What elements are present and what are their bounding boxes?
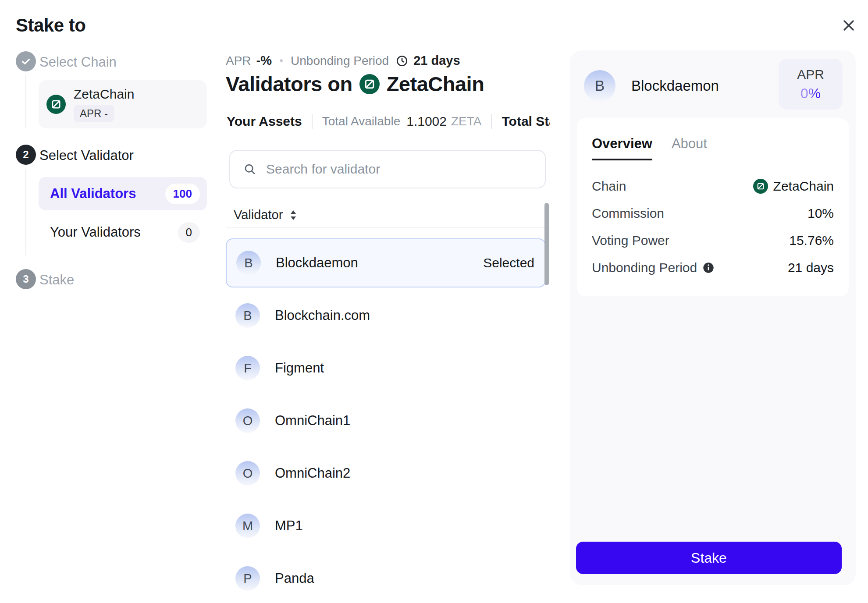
validator-row[interactable]: P Panda <box>226 552 546 603</box>
apr-chip-label: APR <box>797 67 824 82</box>
total-staked-label: Total Stak <box>502 114 550 129</box>
validator-name: MP1 <box>275 518 303 534</box>
apr-meta-value: -% <box>256 53 272 68</box>
heading-chain: ZetaChain <box>387 72 484 96</box>
validator-row[interactable]: B Blockchain.com <box>226 289 546 342</box>
chain-label: Chain <box>592 179 626 194</box>
validator-row[interactable]: M MP1 <box>226 500 546 552</box>
commission-value: 10% <box>808 206 834 221</box>
detail-tabs: Overview About <box>592 118 834 160</box>
chain-name: ZetaChain <box>74 87 134 102</box>
validator-avatar: M <box>235 514 260 538</box>
page-title: Stake to <box>16 15 85 36</box>
unbonding-period-value: 21 days <box>788 260 834 275</box>
validator-column-label: Validator <box>234 208 283 222</box>
chain-value: ZetaChain <box>773 179 834 194</box>
your-validators-label: Your Validators <box>50 224 141 240</box>
total-available-label: Total Available <box>322 114 401 128</box>
page-heading: Validators on ZetaChain <box>226 72 484 96</box>
list-scrollbar[interactable] <box>544 203 549 285</box>
validator-row[interactable]: F Figment <box>226 342 546 394</box>
dot-separator <box>280 59 283 62</box>
close-button[interactable] <box>836 13 861 38</box>
validator-search[interactable] <box>229 150 546 188</box>
search-icon <box>243 163 256 176</box>
sidebar-item-your-validators[interactable]: Your Validators 0 <box>39 217 207 247</box>
divider <box>491 114 492 129</box>
validator-name: Blockchain.com <box>275 308 370 323</box>
heading-prefix: Validators on <box>226 72 352 96</box>
zetachain-icon <box>46 95 66 114</box>
unbonding-period-row: Unbonding Period 21 days <box>592 254 834 281</box>
step1-done-circle <box>16 51 36 71</box>
step2-circle: 2 <box>16 145 36 165</box>
validator-name: Figment <box>275 360 324 376</box>
unbonding-meta-label: Unbonding Period <box>291 54 389 68</box>
apr-chip-value: 0% <box>800 85 821 102</box>
validators-main-column: APR -% Unbonding Period 21 days Validato… <box>226 0 550 603</box>
search-input[interactable] <box>265 161 512 177</box>
validator-row[interactable]: O OmniChain1 <box>226 394 546 447</box>
step1-label: Select Chain <box>39 54 117 70</box>
validator-avatar: O <box>235 408 260 433</box>
chain-meta-row: APR -% Unbonding Period 21 days <box>226 53 460 68</box>
step-connector <box>25 169 26 255</box>
unbonding-meta-value: 21 days <box>413 53 460 68</box>
validator-detail-panel: B Blockdaemon APR 0% Overview About Chai… <box>570 50 856 585</box>
validator-name: OmniChain1 <box>275 413 350 429</box>
validator-name: Panda <box>275 571 314 586</box>
stake-modal: Stake to Select Chain ZetaChain APR - 2 … <box>0 0 868 603</box>
tab-overview[interactable]: Overview <box>592 136 652 160</box>
close-icon <box>841 18 857 33</box>
chain-apr-pill: APR - <box>74 105 114 122</box>
step2-number: 2 <box>23 149 28 161</box>
validator-row-selected[interactable]: B Blockdaemon Selected <box>226 238 546 287</box>
validator-avatar: B <box>235 303 260 328</box>
overview-rows: Chain ZetaChain Commission 10% <box>592 173 834 281</box>
assets-summary-row: Your Assets Total Available 1.1002 ZETA … <box>227 114 550 129</box>
clock-icon <box>396 55 408 67</box>
validator-overview-card: Overview About Chain ZetaChain <box>577 118 849 296</box>
apr-meta-label: APR <box>226 54 251 68</box>
step-connector <box>25 75 26 128</box>
zetachain-icon <box>359 74 380 94</box>
selected-status-badge: Selected <box>483 255 534 270</box>
validator-row[interactable]: O OmniChain2 <box>226 447 546 500</box>
voting-power-value: 15.76% <box>789 233 834 248</box>
validator-name: Blockdaemon <box>276 255 358 271</box>
validator-avatar: O <box>235 461 260 486</box>
sort-icon <box>289 209 298 222</box>
voting-power-row: Voting Power 15.76% <box>592 227 834 254</box>
validator-avatar: B <box>236 251 261 275</box>
check-icon <box>20 56 32 67</box>
commission-label: Commission <box>592 206 664 221</box>
unbonding-period-label: Unbonding Period <box>592 260 697 275</box>
your-assets-label: Your Assets <box>227 114 302 129</box>
apr-chip: APR 0% <box>779 59 843 110</box>
step3-number: 3 <box>23 273 28 285</box>
info-icon[interactable] <box>702 262 715 274</box>
validator-detail-name: Blockdaemon <box>631 78 719 94</box>
sidebar-item-all-validators[interactable]: All Validators 100 <box>39 177 207 210</box>
tab-about[interactable]: About <box>672 136 707 160</box>
your-validators-count-badge: 0 <box>178 222 200 243</box>
validator-name: OmniChain2 <box>275 465 350 481</box>
divider <box>312 114 313 129</box>
total-available-value: 1.1002 <box>406 114 447 129</box>
validator-sort-header[interactable]: Validator <box>234 208 298 222</box>
validator-avatar: P <box>235 566 260 591</box>
step3-circle: 3 <box>16 269 36 289</box>
chain-row: Chain ZetaChain <box>592 173 834 200</box>
divider <box>226 227 550 228</box>
commission-row: Commission 10% <box>592 200 834 227</box>
selected-chain-card[interactable]: ZetaChain APR - <box>39 80 207 128</box>
stake-button[interactable]: Stake <box>576 542 842 574</box>
voting-power-label: Voting Power <box>592 233 669 248</box>
validator-avatar: B <box>584 70 615 102</box>
zetachain-icon <box>753 179 768 194</box>
all-validators-label: All Validators <box>50 186 136 202</box>
step2-label: Select Validator <box>39 148 134 163</box>
step3-label: Stake <box>39 272 74 288</box>
validator-avatar: F <box>235 356 260 380</box>
all-validators-count-badge: 100 <box>165 184 200 204</box>
